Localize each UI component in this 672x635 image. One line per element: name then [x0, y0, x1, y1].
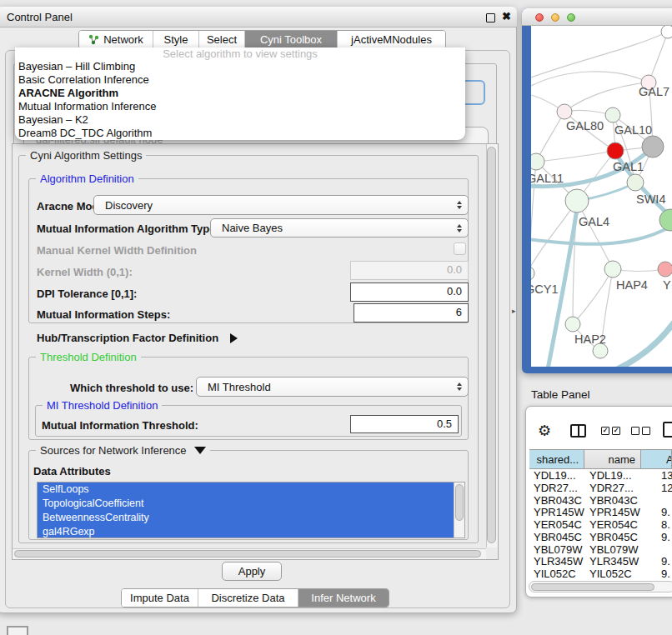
table-row[interactable]: YDR27...YDR27...12 — [529, 482, 672, 494]
table-row[interactable]: YBL079WYBL079W — [529, 543, 672, 556]
mi-threshold-field[interactable]: 0.5 — [350, 415, 459, 433]
algorithm-option[interactable]: Bayesian – Hill Climbing — [15, 60, 465, 73]
tab-jactivemnodules[interactable]: jActiveMNodules — [338, 31, 445, 48]
network-node-swi4[interactable] — [627, 174, 644, 191]
expander-down-arrow-icon — [194, 447, 206, 454]
column-header-label: name — [608, 453, 635, 466]
settings-horizontal-scrollbar-thumb[interactable] — [14, 550, 481, 558]
algorithm-option[interactable]: Basic Correlation Inference — [15, 73, 465, 87]
sources-group-title[interactable]: Sources for Network Inference — [36, 444, 210, 457]
table-row[interactable]: YIL052CYIL052C9. — [529, 568, 672, 580]
column-header[interactable]: name — [584, 450, 641, 468]
table-row[interactable]: YER054CYER054C8. — [529, 518, 672, 531]
table-horizontal-scrollbar-thumb[interactable] — [531, 583, 654, 591]
tab-select[interactable]: Select — [199, 31, 245, 48]
document-icon[interactable] — [663, 422, 672, 438]
close-icon[interactable]: ✖ — [502, 10, 511, 22]
network-node-label: HAP2 — [574, 332, 606, 346]
column-header[interactable]: A — [641, 450, 672, 468]
network-canvas[interactable]: GAL7GAL80GAL10GAL1GAL11SWI4GAL4GCY1HAP4Y… — [531, 26, 672, 367]
which-threshold-value: MI Threshold — [208, 381, 271, 393]
settings-vertical-scrollbar-thumb[interactable] — [487, 147, 496, 543]
tab-infer-network[interactable]: Infer Network — [298, 589, 389, 607]
network-node-gal10[interactable] — [605, 108, 620, 122]
algorithm-option[interactable]: ARACNE Algorithm — [15, 87, 465, 100]
table-cell: YER054C — [529, 518, 588, 531]
mi-type-combo[interactable]: Naive Bayes — [210, 218, 469, 238]
network-edge-thick — [598, 322, 672, 367]
hub-definition-label: Hub/Transcription Factor Definition — [37, 332, 218, 344]
data-attribute-item[interactable]: BetweennessCentrality — [38, 511, 464, 525]
split-columns-icon[interactable] — [570, 424, 586, 438]
tab-style[interactable]: Style — [153, 31, 199, 48]
tab-discretize-data[interactable]: Discretize Data — [198, 589, 298, 607]
table-row[interactable]: YPR145WYPR145W9. — [529, 506, 672, 518]
network-node-gcy1[interactable] — [531, 266, 534, 281]
algorithm-option[interactable]: Bayesian – K2 — [15, 113, 465, 127]
network-icon — [88, 34, 99, 45]
network-node-gal80[interactable] — [557, 104, 572, 119]
table-cell: 9. — [648, 506, 672, 518]
network-node[interactable] — [659, 209, 672, 231]
network-node-label: Y — [663, 278, 671, 292]
manual-kernel-checkbox[interactable] — [454, 242, 466, 255]
hide-columns-unchecked-icon[interactable] — [631, 427, 653, 435]
hub-definition-expander[interactable]: Hub/Transcription Factor Definition — [37, 332, 238, 344]
tab-network[interactable]: Network — [79, 31, 153, 48]
table-row[interactable]: YDL19...YDL19...13 — [529, 469, 672, 482]
algorithm-option[interactable]: Mutual Information Inference — [15, 100, 465, 113]
network-node-label: GAL7 — [639, 85, 669, 98]
network-edge — [564, 82, 649, 112]
data-attributes-list[interactable]: SelfLoopsTopologicalCoefficientBetweenne… — [37, 482, 465, 538]
mi-steps-field[interactable]: 6 — [354, 303, 469, 322]
minimize-traffic-light-icon[interactable] — [551, 13, 559, 22]
desktop: { "colors": { "selection_blue": "#3a6fd8… — [0, 0, 672, 635]
algorithm-option[interactable]: Dream8 DC_TDC Algorithm — [15, 127, 465, 140]
aracne-mode-value: Discovery — [105, 199, 153, 212]
attributes-scrollbar-thumb[interactable] — [455, 484, 464, 521]
table-row[interactable]: YBR043CYBR043C — [529, 494, 672, 507]
minimized-window-icon[interactable] — [7, 626, 28, 635]
tab-cyni-toolbox[interactable]: Cyni Toolbox — [245, 31, 338, 48]
apply-button[interactable]: Apply — [222, 562, 282, 581]
column-header[interactable]: shared... — [529, 450, 584, 468]
network-node-gal4[interactable] — [565, 189, 589, 212]
network-node-label: GAL11 — [531, 172, 564, 185]
zoom-traffic-light-icon[interactable] — [567, 13, 575, 22]
expander-right-arrow-icon — [230, 333, 238, 343]
network-node-label: HAP4 — [616, 278, 648, 292]
network-node-gal1[interactable] — [607, 142, 624, 159]
table-cell: 8. — [648, 518, 672, 531]
network-node-gal11[interactable] — [531, 153, 544, 170]
table-cell: YIL052C — [588, 568, 648, 580]
table-row[interactable]: YLR345WYLR345W9. — [529, 556, 672, 568]
network-edge — [573, 269, 613, 324]
data-attribute-item[interactable]: gal4RGexp — [38, 525, 464, 538]
dpi-tolerance-field[interactable]: 0.0 — [350, 282, 469, 302]
table-cell: YER054C — [588, 518, 648, 531]
aracne-mode-combo[interactable]: Discovery — [93, 195, 469, 215]
network-window-titlebar[interactable] — [522, 8, 672, 26]
table-row[interactable]: YBR045CYBR045C9. — [529, 531, 672, 543]
kernel-width-field[interactable]: 0.0 — [350, 261, 469, 280]
gear-icon[interactable]: ⚙ — [538, 422, 551, 440]
which-threshold-combo[interactable]: MI Threshold — [196, 377, 469, 397]
control-panel-titlebar[interactable] — [0, 7, 517, 28]
combo-stepper-icon — [457, 201, 462, 209]
mi-type-label: Mutual Information Algorithm Type: — [37, 222, 219, 235]
float-icon[interactable] — [486, 13, 495, 22]
network-node-hap2[interactable] — [565, 317, 580, 332]
close-traffic-light-icon[interactable] — [535, 13, 544, 22]
network-edge — [531, 32, 668, 78]
data-attribute-item[interactable]: TopologicalCoefficient — [38, 497, 464, 511]
show-columns-checked-icon[interactable]: ✓✓ — [601, 427, 623, 435]
tab-impute-data[interactable]: Impute Data — [122, 589, 198, 607]
algorithm-dropdown-popup: Select algorithm to view settings Bayesi… — [15, 48, 465, 140]
column-header-label: shared... — [536, 453, 579, 466]
network-node[interactable] — [661, 26, 672, 38]
network-node-y[interactable] — [658, 262, 672, 277]
network-node[interactable] — [642, 136, 664, 158]
data-attribute-item[interactable]: SelfLoops — [38, 482, 464, 497]
network-node-hap4[interactable] — [604, 261, 621, 278]
table-cell: YDL19... — [529, 469, 588, 482]
